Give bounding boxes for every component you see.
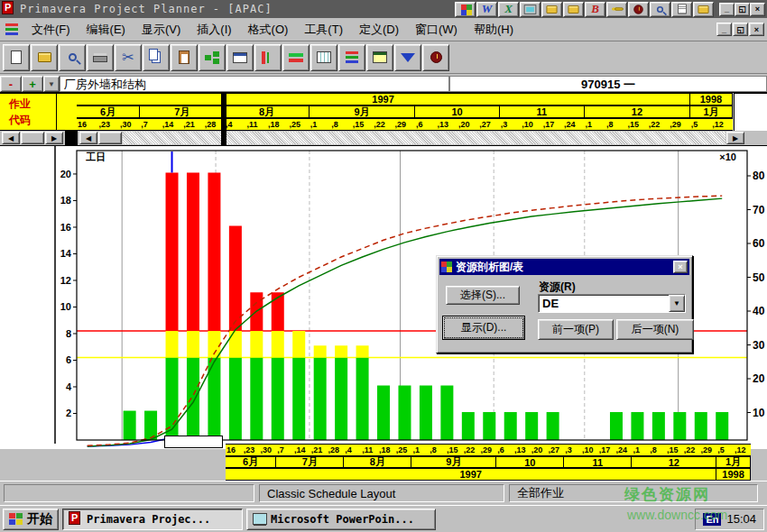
timescale-bottom[interactable]: 16,23,30,7,14,21,28,4,11,18,25,1,8,15,22… bbox=[226, 444, 751, 481]
filter-button[interactable] bbox=[394, 44, 421, 71]
day-cell: ,27 bbox=[548, 445, 565, 455]
timescale-top[interactable]: 199719986月7月8月9月1011121月16,23,30,7,14,21… bbox=[0, 93, 767, 131]
svg-text:70: 70 bbox=[753, 204, 765, 216]
restore-button[interactable]: ◱ bbox=[735, 3, 750, 16]
find-icon[interactable] bbox=[650, 2, 670, 17]
notes-icon[interactable] bbox=[671, 2, 692, 17]
copy-button[interactable] bbox=[143, 44, 170, 71]
chart-scroll-left-button[interactable]: ◀ bbox=[79, 132, 97, 144]
day-cell: 16 bbox=[77, 119, 97, 130]
pane-divider[interactable] bbox=[221, 93, 226, 146]
watermark-line1: 绿色资源网 bbox=[624, 484, 710, 505]
task-primavera[interactable]: Primavera Projec... bbox=[62, 509, 243, 530]
month-cell: 9月 bbox=[310, 106, 415, 117]
schedule-icon[interactable] bbox=[628, 2, 649, 17]
new-button[interactable] bbox=[3, 44, 30, 71]
day-cell: ,1 bbox=[411, 445, 429, 455]
scrollbar-gap bbox=[65, 131, 78, 145]
next-button[interactable]: 后一项(N) bbox=[616, 319, 694, 340]
menu-window[interactable]: 窗口(W) bbox=[407, 18, 466, 41]
month-cell: 11 bbox=[564, 457, 632, 467]
day-cell: ,17 bbox=[598, 445, 615, 455]
word-icon[interactable]: W bbox=[476, 2, 497, 17]
menu-help[interactable]: 帮助(H) bbox=[466, 18, 522, 41]
table-scroll-thumb[interactable] bbox=[21, 132, 44, 144]
combobox-dropdown-icon[interactable]: ▼ bbox=[669, 295, 685, 312]
display-button[interactable]: 显示(D)... bbox=[442, 316, 525, 340]
table-scroll-left-button[interactable]: ◀ bbox=[2, 132, 20, 144]
office-logo-icon[interactable] bbox=[455, 2, 476, 17]
menu-edit[interactable]: 编辑(E) bbox=[79, 18, 134, 41]
pane-corner-box[interactable] bbox=[164, 436, 223, 448]
open-folder-icon[interactable] bbox=[693, 2, 714, 17]
minimize-button[interactable]: _ bbox=[719, 3, 735, 16]
day-cell: ,10 bbox=[521, 119, 541, 130]
dialog-icon bbox=[441, 261, 452, 272]
pert-view-button[interactable] bbox=[199, 44, 226, 71]
menu-insert[interactable]: 插入(I) bbox=[189, 18, 239, 41]
chart-scroll-right-button[interactable]: ▶ bbox=[726, 132, 744, 144]
month-cell: 8月 bbox=[225, 106, 310, 117]
day-cell: ,17 bbox=[542, 119, 563, 130]
bar-chart-button[interactable] bbox=[282, 44, 310, 71]
powerpoint-icon[interactable] bbox=[520, 2, 541, 17]
chart-scroll-thumb[interactable] bbox=[98, 132, 122, 144]
gantt-button[interactable] bbox=[338, 44, 365, 71]
folder-tools-icon[interactable] bbox=[563, 2, 584, 17]
paste-button[interactable] bbox=[171, 44, 198, 71]
resource-profile-dialog: 资源剖析图/表 × 选择(S)... 显示(D)... 资源(R) DE ▼ 前… bbox=[436, 255, 693, 353]
menu-define[interactable]: 定义(D) bbox=[351, 18, 407, 41]
dialog-title-bar[interactable]: 资源剖析图/表 × bbox=[439, 259, 689, 275]
day-cell: 16 bbox=[226, 445, 243, 455]
mdi-child-icon[interactable] bbox=[0, 21, 23, 39]
activity-table-button[interactable] bbox=[310, 44, 337, 71]
dropdown-button[interactable]: ▼ bbox=[43, 76, 60, 92]
activity-form-button[interactable] bbox=[226, 44, 254, 71]
open-button[interactable] bbox=[31, 44, 58, 71]
day-cell: ,14 bbox=[162, 119, 182, 130]
plus-button[interactable]: + bbox=[22, 76, 43, 92]
print-button[interactable] bbox=[87, 44, 114, 71]
menu-tools[interactable]: 工具(T) bbox=[296, 18, 351, 41]
cut-button[interactable]: ✂ bbox=[115, 44, 142, 71]
day-cell: ,22 bbox=[683, 445, 700, 455]
calendar-button[interactable] bbox=[366, 44, 393, 71]
folder-documents-icon[interactable] bbox=[541, 2, 562, 17]
title-bar: Primavera Project Planner - [APAC] WXB _… bbox=[0, 0, 767, 18]
table-scroll-right-button[interactable]: ▶ bbox=[45, 132, 63, 144]
key-icon[interactable] bbox=[606, 2, 627, 17]
dialog-close-button[interactable]: × bbox=[673, 261, 688, 273]
close-button[interactable]: × bbox=[750, 3, 765, 16]
menu-view[interactable]: 显示(V) bbox=[134, 18, 189, 41]
binder-icon[interactable]: B bbox=[585, 2, 605, 17]
day-cell: ,29 bbox=[669, 119, 689, 130]
menu-format[interactable]: 格式(O) bbox=[240, 18, 297, 41]
print-preview-button[interactable] bbox=[59, 44, 86, 71]
start-button[interactable]: 开始 bbox=[3, 509, 59, 530]
svg-text:工日: 工日 bbox=[86, 151, 106, 162]
menu-file[interactable]: 文件(F) bbox=[23, 18, 79, 41]
previous-button[interactable]: 前一项(P) bbox=[538, 319, 614, 340]
task-powerpoint[interactable]: Microsoft PowerPoin... bbox=[246, 509, 436, 530]
day-cell: ,6 bbox=[415, 119, 436, 130]
day-cell: ,24 bbox=[615, 445, 633, 455]
resource-histogram-button[interactable] bbox=[254, 44, 282, 71]
mdi-restore-button[interactable]: ◱ bbox=[733, 23, 748, 36]
day-cell: ,4 bbox=[344, 445, 361, 455]
activity-name-field[interactable]: 厂房外墙和结构 bbox=[60, 76, 449, 92]
select-button[interactable]: 选择(S)... bbox=[446, 286, 520, 305]
clock-button[interactable] bbox=[422, 44, 449, 71]
day-cell: ,14 bbox=[293, 445, 310, 455]
chart-scroll-track[interactable] bbox=[123, 132, 725, 144]
minus-button[interactable]: - bbox=[0, 76, 22, 92]
mdi-close-button[interactable]: × bbox=[749, 23, 764, 36]
app-icon[interactable] bbox=[2, 3, 16, 15]
month-cell: 12 bbox=[632, 457, 716, 467]
year-cell: 1998 bbox=[690, 94, 733, 105]
resource-combobox[interactable]: DE ▼ bbox=[538, 294, 686, 313]
day-cell: ,4 bbox=[225, 119, 245, 130]
day-cell: ,18 bbox=[267, 119, 288, 130]
day-cell: ,25 bbox=[288, 119, 309, 130]
mdi-minimize-button[interactable]: _ bbox=[716, 23, 732, 36]
excel-icon[interactable]: X bbox=[498, 2, 519, 17]
